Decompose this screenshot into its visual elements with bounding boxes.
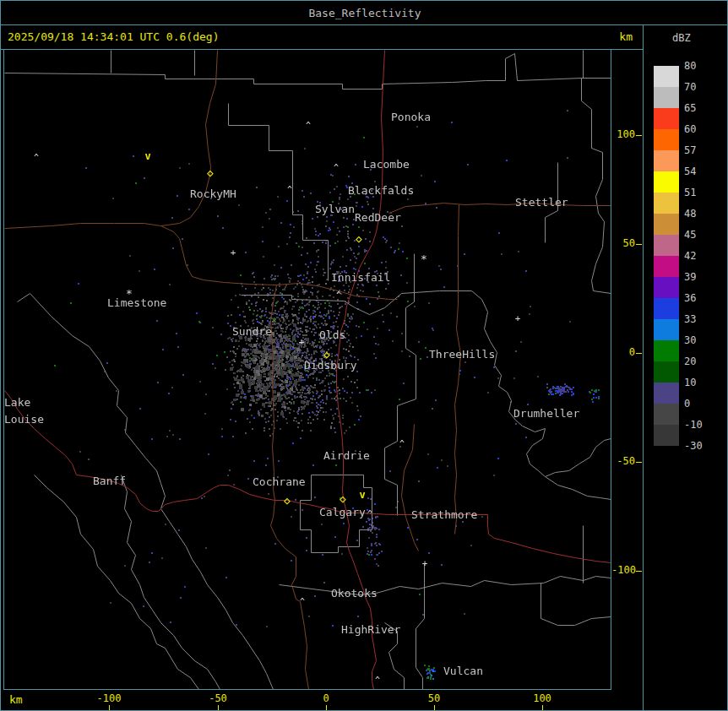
scale-swatch (654, 319, 679, 340)
bottom-axis-tick (109, 705, 110, 710)
scale-swatch (654, 404, 679, 425)
title-bar: Base_Reflectivity (1, 1, 728, 25)
scale-tick-label: 54 (684, 166, 721, 177)
scale-swatch (654, 298, 679, 319)
right-axis-tick-label: 100 (611, 128, 635, 140)
color-scale-panel: dBZ 807065605754514845423936333020100-10… (644, 25, 728, 711)
scale-tick-label: 30 (684, 334, 721, 346)
right-axis-unit: km (619, 30, 633, 43)
scale-tick-label: 57 (684, 144, 721, 156)
scale-tick-label: 42 (684, 250, 721, 262)
right-axis-tick-label: -100 (611, 564, 635, 576)
scale-swatch (654, 256, 679, 277)
right-axis-tick (636, 135, 642, 136)
scale-tick-label: 60 (684, 123, 721, 135)
scale-swatch (654, 340, 679, 361)
scale-tick-label: 20 (684, 356, 721, 367)
scale-swatch (654, 425, 679, 446)
bottom-axis-tick (326, 705, 327, 710)
right-axis-tick (636, 353, 642, 354)
scale-tick-label: 39 (684, 271, 721, 283)
bottom-axis-tick-label: -50 (198, 692, 238, 704)
scale-swatch (654, 87, 679, 108)
bottom-axis-tick-label: -100 (89, 692, 129, 704)
page-title: Base_Reflectivity (308, 7, 421, 19)
scale-swatch (654, 235, 679, 256)
scale-swatch (654, 108, 679, 129)
scale-swatch (654, 193, 679, 214)
scan-timestamp: 2025/09/18 14:34:01 UTC 0.6(deg) (8, 30, 219, 43)
bottom-axis-tick (218, 705, 219, 710)
bottom-axis-tick-label: 50 (414, 692, 454, 704)
right-axis-tick (636, 462, 642, 463)
right-axis-tick-label: -50 (611, 455, 635, 467)
radar-map-canvas[interactable] (4, 50, 611, 689)
scale-tick-label: 51 (684, 187, 721, 198)
scale-tick-label: 70 (684, 81, 721, 93)
right-axis-tick-label: 0 (611, 346, 635, 358)
scale-tick-label: -30 (684, 440, 721, 452)
bottom-axis-tick-label: 0 (306, 692, 346, 704)
scale-tick-label: 80 (684, 60, 721, 72)
scale-swatch (654, 277, 679, 298)
scale-swatch (654, 150, 679, 171)
scale-tick-label: -10 (684, 419, 721, 431)
scale-tick-label: 33 (684, 313, 721, 325)
radar-map[interactable]: PonokaLacombeBlackfaldsSylvanRedDeerStet… (3, 49, 611, 690)
scale-swatch (654, 383, 679, 404)
right-axis-tick-label: 50 (611, 237, 635, 249)
scale-tick-label: 10 (684, 377, 721, 388)
radar-app-window: Base_Reflectivity 2025/09/18 14:34:01 UT… (0, 0, 728, 711)
scale-swatch (654, 214, 679, 235)
bottom-axis-unit: km (9, 693, 23, 706)
scale-tick-label: 0 (684, 398, 721, 410)
scale-swatch (654, 66, 679, 87)
bottom-axis-tick (542, 705, 543, 710)
scale-swatch (654, 129, 679, 150)
scale-swatch (654, 171, 679, 193)
bottom-axis-tick-label: 100 (522, 692, 562, 704)
scale-swatch (654, 361, 679, 383)
color-scale-unit: dBZ (672, 32, 691, 44)
scale-tick-label: 36 (684, 292, 721, 304)
scale-tick-label: 48 (684, 208, 721, 220)
bottom-axis: km -100-50050100 (1, 690, 643, 711)
scale-tick-label: 45 (684, 229, 721, 241)
scale-tick-label: 65 (684, 102, 721, 114)
bottom-axis-tick (434, 705, 435, 710)
status-bar: 2025/09/18 14:34:01 UTC 0.6(deg) km (1, 25, 643, 49)
right-axis-tick (636, 244, 642, 245)
right-axis-tick (636, 571, 642, 572)
